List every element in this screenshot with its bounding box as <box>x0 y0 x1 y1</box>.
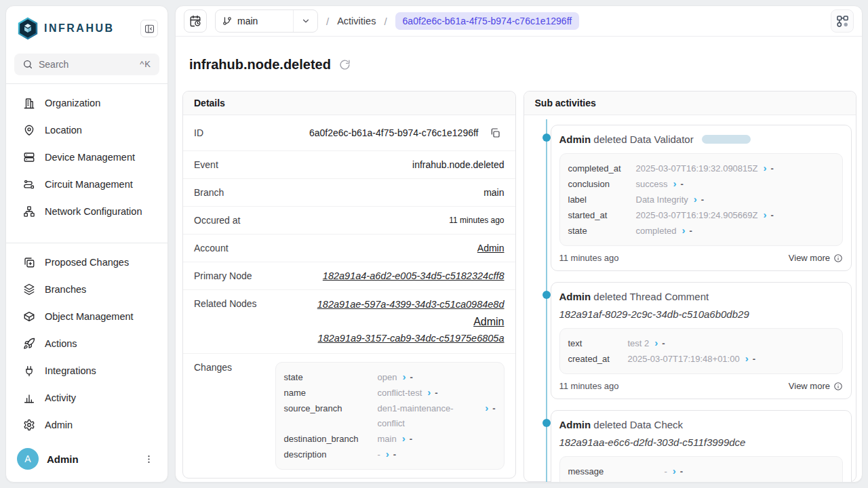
sidebar-item-activity[interactable]: Activity <box>12 384 162 411</box>
server-icon <box>22 150 35 163</box>
copy-id-button[interactable] <box>486 123 505 142</box>
field-after: - <box>770 161 773 176</box>
building-icon <box>22 96 35 109</box>
detail-row-branch: Branch main <box>183 179 515 207</box>
chevron-right-icon[interactable]: › <box>694 192 697 207</box>
view-more-button[interactable]: View more <box>789 381 843 391</box>
chevron-right-icon[interactable]: › <box>673 479 676 483</box>
copy-icon <box>490 127 500 138</box>
app-root: INFRAHUB Search ^K <box>0 0 868 488</box>
related-node-link[interactable]: 182a91a9-3157-cab9-34dc-c51975e6805a <box>318 332 505 345</box>
field-row: created_at 2025-03-07T17:19:48+01:00 › - <box>568 351 835 367</box>
page-title: infrahub.node.deleted <box>189 57 331 73</box>
chevron-right-icon[interactable]: › <box>673 176 676 191</box>
primary-node-link[interactable]: 182a91a4-a6d2-e005-34d5-c5182324cff8 <box>323 270 505 281</box>
field-value: 2025-03-07T17:19:48+01:00 <box>628 352 740 367</box>
sidebar-item-label: Network Configuration <box>45 206 142 217</box>
chevron-right-icon[interactable]: › <box>673 464 676 479</box>
activity-action: deleted Thread Comment <box>593 291 709 302</box>
sidebar-item-admin[interactable]: Admin <box>12 411 162 439</box>
sidebar-item-label: Branches <box>45 284 86 295</box>
sidebar-item-label: Object Management <box>45 311 134 322</box>
activity-fields: completed_at 2025-03-07T16:19:32.090815Z… <box>559 153 844 246</box>
change-key: name <box>284 386 371 401</box>
sidebar-item-location[interactable]: Location <box>12 117 162 144</box>
logo-text: INFRAHUB <box>44 22 140 35</box>
chevron-right-icon[interactable]: › <box>745 351 749 366</box>
timeline-dot <box>542 419 551 427</box>
panel-collapse-icon <box>144 24 155 34</box>
chevron-right-icon[interactable]: › <box>402 369 406 384</box>
field-after: - <box>753 352 755 367</box>
sidebar-item-circuit-management[interactable]: Circuit Management <box>12 171 162 198</box>
activity-actor: Admin <box>559 291 591 302</box>
sidebar-item-actions[interactable]: Actions <box>12 330 162 357</box>
sidebar-item-customer-service[interactable]: Customer Service <box>12 225 162 235</box>
chevron-right-icon[interactable]: › <box>485 401 488 415</box>
route-icon <box>22 178 35 190</box>
field-key: conclusion <box>568 177 629 192</box>
change-row: destination_branch main › - <box>284 431 496 447</box>
field-key: keep_branch <box>568 480 658 483</box>
sidebar-item-network-configuration[interactable]: Network Configuration <box>12 198 162 225</box>
sidebar-item-proposed-changes[interactable]: Proposed Changes <box>12 249 162 276</box>
sidebar-item-organization[interactable]: Organization <box>12 89 162 117</box>
branch-selector[interactable]: main <box>215 9 318 33</box>
changes-box: state open › - name conflict-test › - <box>275 362 505 470</box>
breadcrumb-separator: / <box>384 16 387 27</box>
time-travel-button[interactable] <box>184 9 207 33</box>
sidebar-item-branches[interactable]: Branches <box>12 276 162 303</box>
activity-title: Admin deleted Data Validator <box>559 133 844 146</box>
breadcrumb-activities-link[interactable]: Activities <box>337 16 376 26</box>
chevron-right-icon[interactable]: › <box>682 223 685 238</box>
field-value: success <box>636 177 668 192</box>
change-after: - <box>492 401 495 416</box>
user-name: Admin <box>47 453 132 465</box>
user-menu-button[interactable] <box>140 451 157 467</box>
timeline-dot <box>542 134 551 142</box>
sidebar-collapse-button[interactable] <box>140 20 158 37</box>
calendar-clock-icon <box>189 15 201 27</box>
chevron-right-icon[interactable]: › <box>427 385 431 400</box>
related-node-link[interactable]: 182a91ae-597a-4399-34d3-c51ca0984e8d <box>317 298 505 311</box>
view-more-button[interactable]: View more <box>789 253 843 263</box>
change-value: open <box>378 370 397 385</box>
schema-button[interactable] <box>831 9 854 33</box>
sidebar-item-integrations[interactable]: Integrations <box>12 357 162 384</box>
search-input[interactable]: Search ^K <box>14 54 159 75</box>
plug-icon <box>22 365 35 378</box>
sidebar-item-object-management[interactable]: Object Management <box>12 303 162 330</box>
workflow-icon <box>836 15 849 28</box>
change-after: - <box>410 370 412 385</box>
breadcrumb-activity-id[interactable]: 6a0f2e6c-b61a-4f75-b974-c76c1e1296ff <box>395 12 580 30</box>
timeline-line <box>546 119 547 483</box>
detail-row-event: Event infrahub.node.deleted <box>183 151 515 179</box>
change-after: - <box>435 386 437 401</box>
field-key: started_at <box>568 208 629 223</box>
chevron-right-icon[interactable]: › <box>763 207 766 222</box>
sidebar-item-label: Integrations <box>45 365 96 376</box>
activity-actor: Admin <box>559 419 591 430</box>
chevron-right-icon[interactable]: › <box>763 161 766 176</box>
change-value: den1-maintenance-conflict <box>378 401 480 431</box>
chevron-right-icon[interactable]: › <box>402 431 406 446</box>
related-nodes-list: 182a91ae-597a-4399-34d3-c51ca0984e8d Adm… <box>317 298 505 345</box>
chevron-right-icon[interactable]: › <box>386 447 389 462</box>
field-key: text <box>568 336 621 351</box>
sidebar-item-label: Customer Service <box>45 233 123 235</box>
activity-title: Admin deleted Data Check <box>559 418 844 432</box>
activity-node-id: 182a91af-8029-2c9c-34db-c510a6b0db29 <box>559 308 844 321</box>
related-node-link[interactable]: Admin <box>473 315 504 328</box>
activity-footer: 11 minutes ago View more <box>559 381 844 391</box>
sidebar-item-device-management[interactable]: Device Management <box>12 144 162 171</box>
chevron-down-icon <box>293 10 317 32</box>
account-link[interactable]: Admin <box>477 243 505 253</box>
activity-card: Admin deleted Thread Comment 182a91af-80… <box>551 282 852 399</box>
field-row: state completed › - <box>568 223 835 239</box>
chevron-right-icon[interactable]: › <box>654 336 658 350</box>
view-more-label: View more <box>789 253 830 263</box>
refresh-button[interactable] <box>339 58 353 72</box>
field-row: label Data Integrity › - <box>568 192 835 207</box>
field-value: - <box>665 480 667 483</box>
sidebar-item-label: Proposed Changes <box>45 257 129 268</box>
